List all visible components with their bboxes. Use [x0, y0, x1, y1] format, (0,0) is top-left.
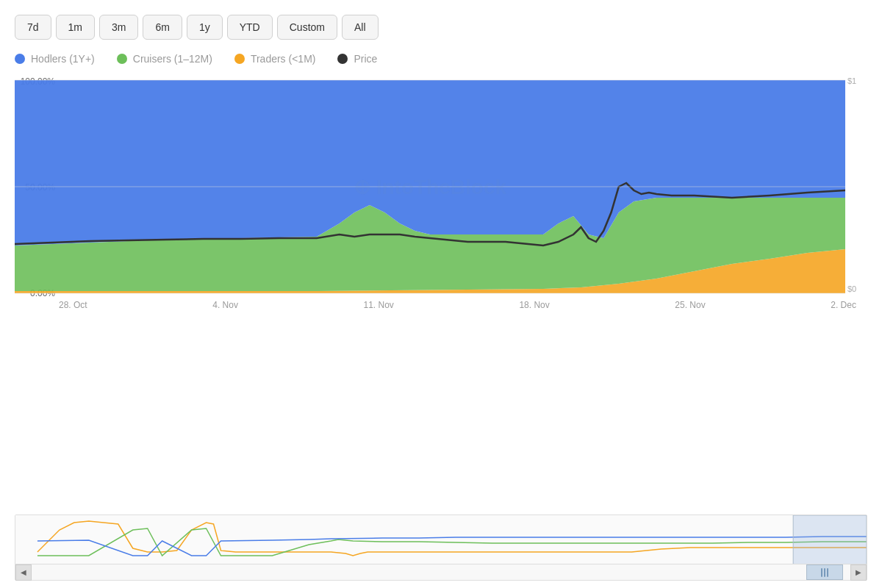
x-label-nov18: 18. Nov: [519, 300, 549, 310]
x-label-nov11: 11. Nov: [364, 300, 394, 310]
svg-rect-0: [15, 515, 867, 567]
btn-1y[interactable]: 1y: [187, 15, 223, 40]
legend-cruisers: Cruisers (1–12M): [117, 53, 212, 65]
navigator-scrollbar[interactable]: ◀ ▶: [15, 564, 867, 580]
main-container: 7d 1m 3m 6m 1y YTD Custom All Hodlers (1…: [0, 0, 882, 588]
mini-selection: [793, 515, 867, 567]
cruisers-label: Cruisers (1–12M): [133, 53, 212, 65]
x-label-dec2: 2. Dec: [831, 300, 856, 310]
traders-label: Traders (<1M): [251, 53, 316, 65]
hodlers-dot: [15, 54, 25, 64]
btn-6m[interactable]: 6m: [143, 15, 182, 40]
btn-1m[interactable]: 1m: [56, 15, 95, 40]
x-label-nov4: 4. Nov: [212, 300, 238, 310]
chart-legend: Hodlers (1Y+) Cruisers (1–12M) Traders (…: [15, 53, 867, 65]
nav-left-arrow[interactable]: ◀: [15, 564, 32, 581]
legend-price: Price: [337, 53, 377, 65]
btn-custom[interactable]: Custom: [277, 15, 337, 40]
btn-7d[interactable]: 7d: [15, 15, 51, 40]
main-chart-wrapper: 100.00% 50.00% 0.00% ⊕ IntoTheBlock: [15, 76, 867, 507]
btn-ytd[interactable]: YTD: [227, 15, 273, 40]
btn-3m[interactable]: 3m: [99, 15, 138, 40]
nav-handle[interactable]: [806, 564, 843, 580]
hodlers-label: Hodlers (1Y+): [31, 53, 95, 65]
x-label-nov25: 25. Nov: [675, 300, 705, 310]
price-label: Price: [354, 53, 377, 65]
nav-handle-line-2: [824, 568, 825, 577]
mini-chart-svg: [15, 515, 867, 567]
price-dot: [337, 54, 348, 64]
nav-handle-line-3: [827, 568, 828, 577]
cruisers-dot: [117, 54, 127, 64]
nav-track[interactable]: [32, 564, 850, 580]
x-label-oct28: 28. Oct: [59, 300, 87, 310]
legend-traders: Traders (<1M): [234, 53, 316, 65]
nav-right-arrow[interactable]: ▶: [850, 564, 867, 581]
x-axis-labels: 28. Oct 4. Nov 11. Nov 18. Nov 25. Nov 2…: [59, 300, 856, 310]
main-chart-svg: [15, 76, 845, 297]
y-label-right-0: $0: [847, 284, 867, 293]
y-label-right-1: $1: [847, 76, 867, 85]
time-range-buttons: 7d 1m 3m 6m 1y YTD Custom All: [15, 15, 867, 40]
traders-dot: [234, 54, 245, 64]
btn-all[interactable]: All: [342, 15, 379, 40]
nav-handle-lines: [821, 568, 828, 577]
nav-handle-line-1: [821, 568, 822, 577]
mini-chart-wrapper[interactable]: 2020 2022 2024 ◀ ▶: [15, 514, 867, 581]
legend-hodlers: Hodlers (1Y+): [15, 53, 95, 65]
